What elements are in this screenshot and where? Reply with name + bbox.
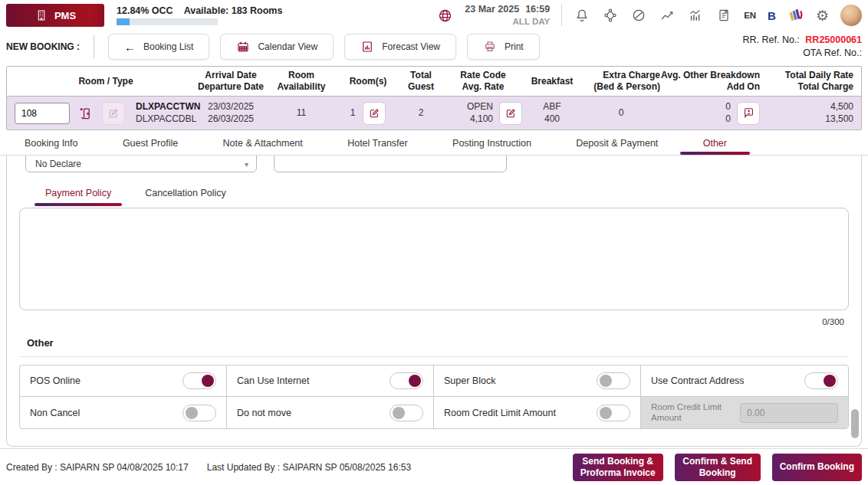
pos-online-toggle[interactable] — [182, 372, 216, 389]
use-contract-address-toggle[interactable] — [804, 372, 838, 389]
header-total: Total Daily RateTotal Charge — [760, 70, 853, 93]
can-use-internet-toggle[interactable] — [390, 372, 423, 389]
tab-payment-policy[interactable]: Payment Policy — [45, 188, 111, 206]
super-block-toggle[interactable] — [597, 372, 630, 389]
other-options-grid: POS Online Can Use Internet Super Block … — [19, 365, 849, 429]
other-section-heading: Other — [27, 337, 849, 349]
header-availability: Room Availability — [265, 70, 338, 93]
calendar-view-button[interactable]: Calendar View — [220, 34, 334, 60]
print-icon — [483, 40, 497, 54]
panel-scrollbar-thumb[interactable] — [851, 409, 859, 438]
occupancy-bar-fill — [117, 18, 130, 25]
room-type: DLXPACCTWN DLXPACCDBL — [136, 101, 200, 125]
tab-posting-instruction[interactable]: Posting Instruction — [451, 133, 533, 154]
line-chart-icon[interactable] — [659, 7, 676, 24]
occupancy-summary: 12.84% OCC Available: 183 Rooms — [117, 5, 282, 25]
theme-palette-icon[interactable] — [787, 7, 804, 24]
extra-charge-value: 0 — [582, 107, 660, 120]
print-button[interactable]: Print — [467, 34, 540, 60]
date-text: 23 Mar 2025 — [465, 4, 519, 15]
tab-hotel-transfer[interactable]: Hotel Transfer — [346, 133, 409, 154]
last-updated-text: Last Updated By : SAIPARN SP 05/08/2025 … — [207, 462, 411, 473]
policy-textarea[interactable] — [19, 208, 849, 310]
breakdown-info: 0 0 — [725, 101, 731, 125]
declare-select[interactable]: No Declare ▾ — [25, 156, 257, 172]
total-info: 4,500 13,500 — [760, 101, 853, 125]
option-use-contract-address: Use Contract Address — [641, 365, 848, 397]
addon-value: 0 — [725, 113, 731, 126]
option-do-not-move: Do not move — [227, 397, 434, 428]
chevron-down-icon: ▾ — [245, 160, 248, 169]
room-credit-limit-toggle[interactable] — [597, 405, 630, 421]
tab-cancellation-policy[interactable]: Cancellation Policy — [145, 188, 226, 206]
edit-room-disabled-button[interactable] — [102, 102, 125, 125]
header-rooms: Room(s) — [338, 76, 398, 87]
header-extra-charge: Extra Charge(Bed & Person) — [582, 70, 660, 93]
topbar: PMS 12.84% OCC Available: 183 Rooms 23 M… — [0, 0, 868, 31]
confirm-booking-button[interactable]: Confirm Booking — [772, 454, 862, 481]
breakdown-adjust-button[interactable] — [737, 102, 760, 125]
ota-ref-label: OTA Ref. No.: — [803, 48, 862, 58]
room-credit-limit-label: Room Credit Limit Amount — [651, 402, 732, 424]
tab-guest-profile[interactable]: Guest Profile — [121, 133, 179, 154]
created-by-text: Created By : SAIPARN SP 04/08/2025 10:17 — [6, 462, 189, 473]
non-cancel-toggle[interactable] — [182, 405, 216, 421]
forecast-view-button[interactable]: Forecast View — [344, 34, 456, 60]
option-non-cancel: Non Cancel — [20, 397, 227, 428]
calendar-icon — [236, 40, 250, 54]
header-total-guest: Total Guest — [398, 70, 444, 93]
header-breakdown: Avg. Other BreakdownAdd On — [660, 70, 760, 93]
rate-code: OPEN — [467, 101, 493, 113]
reference-numbers: RR. Ref. No.: RR25000061 OTA Ref. No.: — [743, 34, 862, 61]
user-avatar[interactable] — [840, 5, 862, 26]
footer: Created By : SAIPARN SP 04/08/2025 10:17… — [0, 448, 868, 485]
confirm-send-booking-button[interactable]: Confirm & SendBooking — [675, 454, 761, 481]
booking-row: DLXPACCTWN DLXPACCDBL 23/03/2025 26/03/2… — [7, 96, 861, 129]
room-credit-limit-input[interactable] — [740, 403, 838, 423]
option-room-credit-limit: Room Credit Limit Amount — [434, 397, 641, 428]
breakfast-info: ABF 400 — [522, 101, 582, 125]
add-room-icon[interactable] — [74, 102, 97, 125]
clipped-input-field[interactable] — [274, 156, 507, 172]
edit-rooms-button[interactable] — [363, 102, 386, 125]
tab-note-attachment[interactable]: Note & Attachment — [222, 133, 304, 154]
logo-label: PMS — [54, 10, 76, 21]
occupancy-bar — [117, 18, 218, 25]
breakfast-rate: 400 — [522, 113, 582, 126]
room-number-input[interactable] — [15, 103, 70, 124]
clipped-fields-row: No Declare ▾ — [19, 156, 849, 175]
network-icon[interactable] — [602, 7, 619, 24]
avg-rate: 4,100 — [467, 113, 493, 126]
building-icon — [35, 8, 48, 22]
availability-value: 11 — [265, 107, 338, 120]
datetime-display: 23 Mar 202516:59 ALL DAY — [465, 4, 550, 27]
tab-other[interactable]: Other — [702, 133, 728, 154]
total-daily-rate: 4,500 — [760, 101, 853, 113]
edit-rate-button[interactable] — [499, 102, 522, 125]
other-section-divider — [19, 356, 849, 357]
pms-logo[interactable]: PMS — [6, 4, 104, 27]
room-credit-limit-field: Room Credit Limit Amount — [641, 397, 848, 428]
option-super-block: Super Block — [434, 365, 641, 397]
do-not-move-toggle[interactable] — [390, 405, 423, 421]
forecast-icon — [360, 40, 374, 54]
booking-list-button[interactable]: ← Booking List — [108, 34, 209, 60]
gauge-icon[interactable] — [630, 7, 647, 24]
report-icon[interactable] — [715, 7, 732, 24]
tab-deposit-payment[interactable]: Deposit & Payment — [574, 133, 659, 154]
bold-badge[interactable]: B — [768, 9, 776, 22]
table-header-row: Room / Type Arrival DateDeparture Date R… — [7, 67, 861, 96]
departure-date: 26/03/2025 — [197, 113, 265, 126]
language-toggle[interactable]: EN — [744, 11, 756, 20]
globe-icon[interactable] — [436, 7, 453, 24]
allday-text: ALL DAY — [465, 16, 550, 27]
stay-dates: 23/03/2025 26/03/2025 — [197, 101, 265, 125]
send-booking-proforma-button[interactable]: Send Booking &Proforma Invoice — [573, 454, 663, 481]
tab-booking-info[interactable]: Booking Info — [23, 133, 80, 154]
notification-bell-icon[interactable] — [574, 7, 590, 24]
rate-info: OPEN 4,100 — [467, 101, 493, 125]
settings-gear-icon[interactable]: ⚙ — [816, 8, 829, 23]
booking-detail-tabs: Booking Info Guest Profile Note & Attach… — [0, 132, 868, 156]
breakfast-code: ABF — [522, 101, 582, 113]
bar-chart-icon[interactable] — [687, 7, 704, 24]
